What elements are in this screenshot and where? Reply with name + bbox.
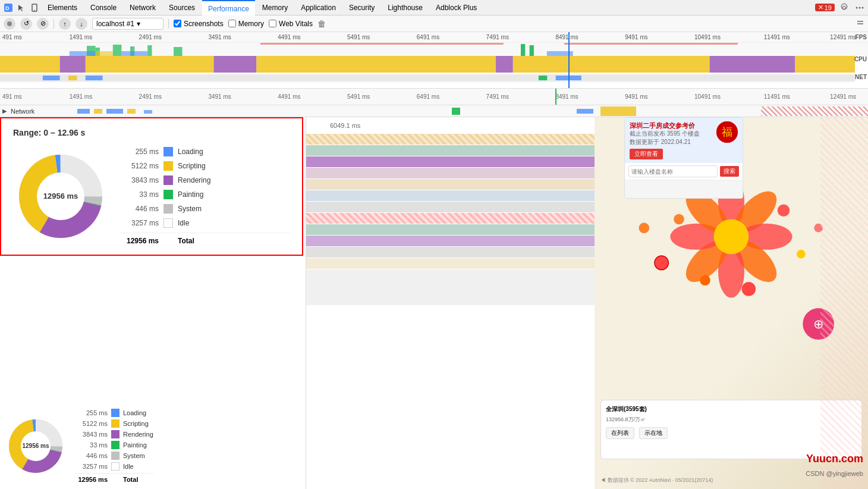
svg-point-7 — [7, 21, 12, 26]
network-red-bars — [761, 106, 868, 116]
svg-rect-30 — [710, 56, 795, 73]
svg-point-72 — [778, 205, 790, 217]
time-marker-1: 1491 ms — [70, 34, 92, 40]
map-red-overlay — [820, 117, 868, 489]
clear-btn[interactable]: 🗑 — [317, 19, 326, 29]
devtools-right-actions: ✕ 19 — [815, 2, 866, 14]
net-row — [0, 74, 855, 82]
small-pie-chart: 12956 ms — [6, 416, 65, 476]
watermark-csdn: CSDN @yingjieweb — [806, 470, 863, 477]
legend-row-system: 446 ms System — [120, 204, 290, 214]
legend-color-system — [163, 204, 173, 214]
tab-memory[interactable]: Memory — [256, 0, 294, 15]
ruler-4491: 4491 ms — [278, 93, 300, 100]
devtools-tabbar: D Elements Console Network Sources Perfo… — [0, 0, 868, 15]
small-legend-total: 12956 ms Total — [75, 473, 153, 483]
tab-elements[interactable]: Elements — [42, 0, 83, 15]
svg-point-74 — [742, 282, 756, 296]
svg-rect-23 — [60, 56, 86, 73]
memory-checkbox[interactable] — [228, 20, 236, 27]
tab-sources[interactable]: Sources — [163, 0, 201, 15]
timeline-overview[interactable]: 491 ms 1491 ms 2491 ms 3491 ms 4491 ms 5… — [0, 32, 868, 89]
url-text: localhost #1 — [96, 20, 134, 28]
svg-rect-39 — [94, 109, 102, 114]
tab-application[interactable]: Application — [295, 0, 342, 15]
tab-security[interactable]: Security — [343, 0, 380, 15]
svg-rect-10 — [113, 45, 122, 56]
upload-btn[interactable]: ↑ — [59, 18, 71, 30]
error-badge: ✕ 19 — [815, 4, 835, 11]
time-marker-6: 6491 ms — [417, 34, 439, 40]
ad-overlay: 深圳二手房成交参考价 截止当前发布 3595 个楼盘 数据更新于 2022.04… — [624, 117, 743, 199]
legend-row-loading: 255 ms Loading — [120, 147, 290, 156]
url-dropdown-icon[interactable]: ▾ — [137, 20, 140, 28]
map-card-actions: 在列表 示在地 — [606, 427, 857, 439]
small-total-label: Total — [123, 476, 138, 483]
svg-rect-32 — [0, 75, 855, 81]
svg-point-6 — [862, 7, 864, 8]
screenshots-checkbox[interactable] — [174, 20, 181, 27]
expand-network-icon[interactable]: ▶ — [2, 108, 7, 114]
webvitals-checkbox[interactable] — [269, 20, 276, 27]
svg-point-75 — [700, 275, 710, 286]
network-orange-block — [600, 106, 636, 116]
flame-time-label: 6049.1 ms — [330, 122, 360, 129]
expand-icon[interactable] — [856, 18, 864, 29]
ad-cta-btn[interactable]: 立即查看 — [630, 149, 663, 159]
ruler-7491: 7491 ms — [486, 93, 509, 100]
right-panel: 6049.1 ms — [306, 117, 868, 489]
watermark-yuucn: Yuucn.com — [806, 453, 863, 465]
ruler-1491: 1491 ms — [70, 93, 92, 100]
record-btn[interactable] — [4, 18, 15, 30]
ad-search-input[interactable] — [628, 165, 718, 177]
legend-label-rendering: Rendering — [178, 176, 210, 184]
ruler-12491: 12491 ms — [830, 93, 856, 100]
svg-rect-33 — [43, 76, 60, 80]
ruler-6491: 6491 ms — [417, 93, 439, 100]
svg-point-73 — [797, 250, 806, 259]
pie-chart-large: 12956 ms — [13, 149, 108, 244]
memory-checkbox-group: Memory — [228, 20, 264, 28]
settings-icon[interactable] — [838, 2, 850, 14]
map-list-btn[interactable]: 在列表 — [606, 427, 634, 439]
tab-lighthouse[interactable]: Lighthouse — [382, 0, 429, 15]
legend-label-scripting: Scripting — [178, 162, 206, 170]
error-count: 19 — [825, 4, 832, 11]
refresh-btn[interactable]: ↺ — [20, 18, 32, 30]
time-marker-5: 5491 ms — [347, 34, 370, 40]
ad-search-btn[interactable]: 搜索 — [720, 166, 739, 177]
screenshots-checkbox-group: Screenshots — [174, 20, 224, 28]
phone-icon[interactable] — [29, 2, 40, 14]
svg-rect-26 — [256, 56, 496, 73]
tab-console[interactable]: Console — [84, 0, 122, 15]
legend-total-row: 12956 ms Total — [120, 233, 290, 245]
tab-network[interactable]: Network — [124, 0, 162, 15]
download-btn[interactable]: ↓ — [76, 18, 87, 30]
tab-adblock[interactable]: Adblock Plus — [430, 0, 483, 15]
legend-time-painting: 33 ms — [120, 190, 159, 199]
small-color-loading — [111, 409, 119, 417]
small-color-scripting — [111, 419, 119, 428]
svg-point-3 — [34, 10, 35, 11]
legend-time-system: 446 ms — [120, 205, 159, 213]
map-card-price: 132956.8万/万㎡ — [606, 416, 857, 424]
network-row[interactable]: ▶ Network — [0, 105, 868, 117]
sep2 — [168, 19, 169, 29]
legend-time-loading: 255 ms — [120, 148, 159, 156]
more-icon[interactable] — [854, 2, 866, 14]
tab-performance[interactable]: Performance — [202, 0, 255, 15]
cursor-icon[interactable] — [15, 2, 27, 14]
time-marker-0: 491 ms — [2, 34, 22, 40]
stop-btn[interactable]: ⊘ — [37, 18, 49, 30]
green-marker — [555, 89, 556, 105]
svg-rect-18 — [70, 51, 96, 56]
small-legend-loading: 255 ms Loading — [75, 409, 153, 417]
ruler-491: 491 ms — [2, 93, 22, 100]
small-legend-rendering: 3843 ms Rendering — [75, 430, 153, 438]
svg-rect-12 — [147, 45, 152, 56]
svg-rect-19 — [96, 51, 113, 56]
svg-rect-24 — [86, 56, 214, 73]
small-pie-area: 12956 ms 255 ms Loading 5122 ms Scriptin… — [6, 409, 153, 483]
webvitals-label: Web Vitals — [279, 20, 313, 28]
map-show-btn[interactable]: 示在地 — [639, 427, 668, 439]
